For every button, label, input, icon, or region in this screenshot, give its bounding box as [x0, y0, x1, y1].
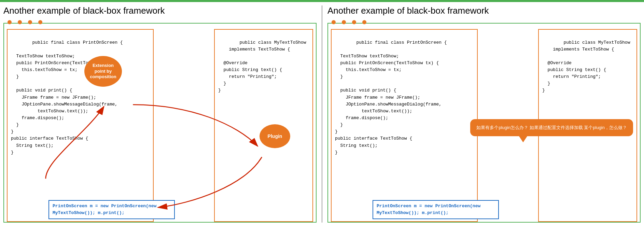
left-code-area: public final class PrintOnScreen { TextT… [3, 23, 317, 223]
bottom-code-text: PrintOnScreen m = new PrintOnScreen(new … [53, 203, 156, 215]
composition-bubble-text: Extension point by composition [87, 63, 119, 80]
right-dot-1 [332, 20, 336, 24]
dot-2 [18, 20, 22, 24]
left-code-block-main: public final class PrintOnScreen { TextT… [7, 29, 154, 222]
right-panel: Another example of black-box framework p… [327, 5, 641, 223]
question-bubble-text: 如果有多个plugin怎么办？ 如果通过配置文件选择加载 某个plugin，怎么… [476, 125, 627, 130]
panel-divider [321, 5, 323, 223]
left-code-block-plugin: public class MyTextToShow implements Tex… [214, 29, 313, 222]
right-code-block-bottom: PrintOnScreen m = new PrintOnScreen(new … [373, 200, 499, 219]
right-left-code-text: public final class PrintOnScreen { TextT… [335, 40, 447, 155]
right-code-area: public final class PrintOnScreen { TextT… [327, 23, 641, 223]
right-code-block-main: public final class PrintOnScreen { TextT… [331, 29, 478, 222]
right-right-code-text: public class MyTextToShow implements Tex… [542, 40, 630, 93]
left-panel: Another example of black-box framework p… [3, 5, 317, 223]
right-dot-3 [352, 20, 356, 24]
plugin-bubble-text: Plugin [268, 133, 282, 139]
right-dot-4 [362, 20, 366, 24]
right-code-text: public class MyTextToShow implements Tex… [218, 40, 306, 93]
question-bubble-container: 如果有多个plugin怎么办？ 如果通过配置文件选择加载 某个plugin，怎么… [470, 119, 633, 136]
right-bottom-code-text: PrintOnScreen m = new PrintOnScreen(new … [377, 203, 480, 215]
question-bubble: 如果有多个plugin怎么办？ 如果通过配置文件选择加载 某个plugin，怎么… [470, 119, 633, 136]
left-code-block-bottom: PrintOnScreen m = new PrintOnScreen(new … [48, 200, 175, 219]
right-panel-title: Another example of black-box framework [327, 5, 641, 16]
left-panel-title: Another example of black-box framework [3, 5, 317, 16]
bubble-tail [519, 136, 527, 142]
dot-4 [38, 20, 42, 24]
right-dot-2 [342, 20, 346, 24]
plugin-bubble: Plugin [260, 124, 290, 148]
main-content: Another example of black-box framework p… [0, 2, 644, 226]
composition-bubble: Extension point by composition [84, 56, 122, 87]
dot-1 [8, 20, 12, 24]
dot-3 [28, 20, 32, 24]
